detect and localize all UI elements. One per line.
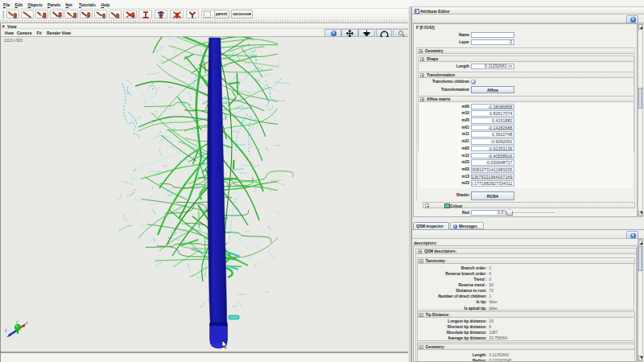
svg-text:x: x (26, 320, 28, 325)
svg-text:z: z (16, 319, 19, 324)
svg-text:y: y (5, 327, 7, 332)
